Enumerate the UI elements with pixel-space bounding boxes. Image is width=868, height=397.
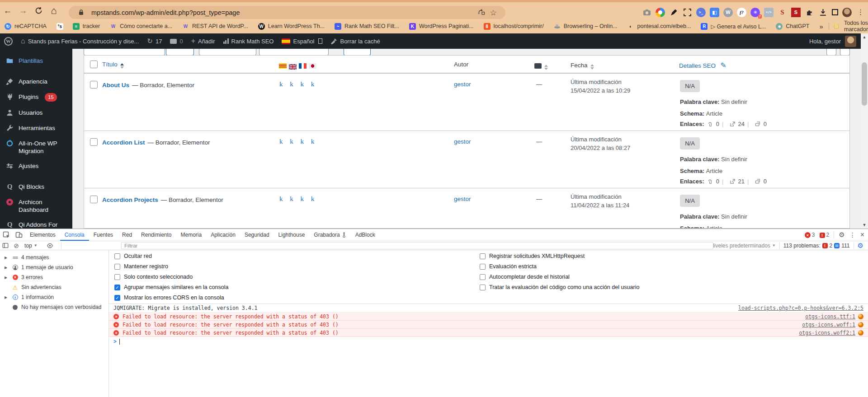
semrush-extension-icon[interactable]: S [791, 8, 801, 17]
filter-select-partial[interactable] [199, 49, 256, 56]
row-checkbox[interactable] [90, 196, 98, 203]
sidebar-filter-errors[interactable]: ▶×3 errores [0, 272, 108, 282]
tag-extension-icon[interactable]: ◧ [710, 8, 719, 17]
tab-seguridad[interactable]: Seguridad [240, 229, 274, 241]
sort-arrows-icon[interactable] [544, 65, 548, 70]
console-setting-checkbox[interactable]: Tratar la evaluación del código como una… [480, 284, 639, 290]
devtools-settings-icon[interactable]: ⚙ [839, 231, 844, 239]
translation-icons[interactable]: k k k k [279, 138, 314, 145]
bookmark-item[interactable]: Browserling – Onlin... [554, 23, 618, 30]
column-seo-details[interactable]: Detalles SEO [679, 62, 716, 69]
screenshot-extension-icon[interactable] [642, 8, 651, 17]
comments-column-icon[interactable] [534, 63, 542, 69]
seo-extension-icon[interactable]: S [778, 8, 787, 17]
forward-icon[interactable]: → [15, 4, 31, 18]
sidebar-item-herramientas[interactable]: Herramientas [0, 121, 72, 136]
extensions-puzzle-icon[interactable] [805, 8, 814, 17]
clear-cache-menu[interactable]: Borrar la caché [326, 33, 384, 49]
console-settings-icon[interactable]: ⚙ [858, 242, 863, 250]
problems-summary[interactable]: 113 problemas: !2 ▤111 [783, 243, 850, 249]
lock-icon[interactable] [75, 9, 87, 17]
refresh-icon[interactable] [31, 4, 46, 18]
page-scrollbar[interactable]: ▲ ▼ [861, 33, 868, 229]
console-setting-checkbox[interactable]: Autocompletar desde el historial [480, 274, 570, 280]
tab-aplicación[interactable]: Aplicación [206, 229, 240, 241]
language-menu[interactable]: Español [278, 33, 326, 49]
sidebar-item-plugins[interactable]: Plugins 15 [0, 89, 72, 105]
bookmark-item[interactable]: ∗ ChatGPT [776, 23, 809, 30]
sidebar-filter-warnings[interactable]: ⚠Sin advertencias [0, 282, 108, 292]
chrome-menu-icon[interactable]: ⋮ [856, 8, 865, 17]
pen-extension-icon[interactable] [669, 8, 679, 17]
select-all-checkbox[interactable] [90, 61, 98, 68]
bookmark-item[interactable]: W Cómo conectarte a... [110, 23, 172, 30]
log-levels-dropdown[interactable]: Niveles predeterminados▼ [710, 243, 776, 249]
message-source-link[interactable]: otgs-icons.woff:1 [802, 322, 855, 328]
row-checkbox[interactable] [90, 138, 98, 146]
search-box-partial[interactable] [84, 49, 165, 56]
bookmark-item[interactable]: W REST API de WordP... [182, 23, 248, 30]
sidebar-item-usuarios[interactable]: Usuarios [0, 105, 72, 121]
bookmark-item[interactable]: °s [57, 23, 66, 30]
device-toolbar-icon[interactable] [13, 229, 25, 241]
live-expression-eye-icon[interactable] [44, 243, 57, 248]
back-icon[interactable]: ← [0, 4, 15, 18]
sidebar-item-plantillas[interactable]: Plantillas [0, 53, 72, 69]
page-title-link[interactable]: Accordion List [102, 139, 145, 146]
sidebar-filter-info[interactable]: ▶i1 información [0, 292, 108, 302]
sidebar-item-archicon-dashboard[interactable]: Archicon Dashboard [0, 195, 72, 217]
google-ads-extension-icon[interactable] [656, 8, 665, 17]
sidebar-item-qi-blocks[interactable]: Q Qi Blocks [0, 179, 72, 195]
devtools-menu-icon[interactable]: ⋮ [849, 231, 856, 238]
filter-button-partial[interactable] [344, 49, 371, 56]
new-content-menu[interactable]: + Añadir [187, 33, 219, 49]
search-button-partial[interactable] [166, 49, 194, 56]
tab-memoria[interactable]: Memoria [176, 229, 206, 241]
bookmark-item[interactable]: 8 localhost/comprimir/ [484, 23, 544, 30]
bookmark-item[interactable]: R ▷ Genera el Aviso L... [701, 23, 766, 30]
pagination-control-partial[interactable] [826, 49, 836, 56]
column-title[interactable]: Título [102, 61, 118, 68]
tab-adblock[interactable]: AdBlock [351, 229, 380, 241]
wave-extension-icon[interactable]: W [723, 8, 733, 17]
share-icon[interactable] [476, 9, 487, 17]
console-filter-input[interactable] [121, 242, 713, 249]
filter-select-partial[interactable] [259, 49, 329, 56]
issues-indicator[interactable]: !2 [820, 232, 830, 238]
downloads-icon[interactable] [818, 8, 828, 17]
page-title-link[interactable]: Accordion Projects [102, 196, 158, 203]
bookmarks-overflow-icon[interactable]: » [819, 23, 823, 30]
scrollbar-thumb[interactable] [862, 62, 867, 106]
bookmark-item[interactable]: ↻ reCAPTCHA [5, 23, 47, 30]
clear-console-icon[interactable]: ⊘ [11, 242, 22, 249]
message-source-link[interactable]: otgs-icons.ttf:1 [805, 313, 855, 320]
scroll-down-arrow[interactable]: ▼ [861, 221, 868, 229]
tab-fuentes[interactable]: Fuentes [89, 229, 118, 241]
france-flag-icon[interactable] [299, 63, 307, 69]
author-link[interactable]: gestor [454, 81, 471, 88]
bookmark-item[interactable]: ~ Rank Math SEO Filt... [335, 23, 399, 30]
message-source-link[interactable]: otgs-icons.woff2:1 [799, 330, 855, 336]
profile-avatar[interactable] [842, 8, 852, 17]
row-checkbox[interactable] [90, 81, 98, 89]
sidebar-item-ajustes[interactable]: Ajustes [0, 159, 72, 174]
sidebar-filter-all-messages[interactable]: ▶≡≡4 mensajes [0, 252, 108, 262]
translation-icons[interactable]: k k k k [279, 80, 314, 88]
sidebar-filter-verbose[interactable]: No hay mensajes con verbosidad [0, 302, 108, 312]
account-menu[interactable]: Hola, gestor [809, 36, 868, 47]
console-error-message[interactable]: × Failed to load resource: the server re… [109, 313, 868, 321]
comments-menu[interactable]: 0 [166, 33, 187, 49]
sidebar-item-qi-addons[interactable]: Q Qi Addons For [0, 217, 72, 229]
author-link[interactable]: gestor [454, 138, 471, 145]
scroll-up-arrow[interactable]: ▲ [861, 33, 868, 41]
sort-arrows-icon[interactable] [590, 64, 594, 70]
tab-rendimiento[interactable]: Rendimiento [137, 229, 176, 241]
devtools-close-icon[interactable]: × [860, 231, 864, 239]
translation-icons[interactable]: k k k k [279, 195, 314, 203]
console-setting-checkbox[interactable]: Ocultar red [114, 253, 152, 259]
console-setting-checkbox[interactable]: Solo contexto seleccionado [114, 274, 193, 280]
bookmark-star-icon[interactable]: ☆ [487, 8, 499, 18]
all-bookmarks-label[interactable]: Todos los marcadores [844, 20, 868, 33]
pagination-control-partial[interactable] [840, 49, 850, 56]
tab-consola[interactable]: Consola [60, 229, 89, 241]
